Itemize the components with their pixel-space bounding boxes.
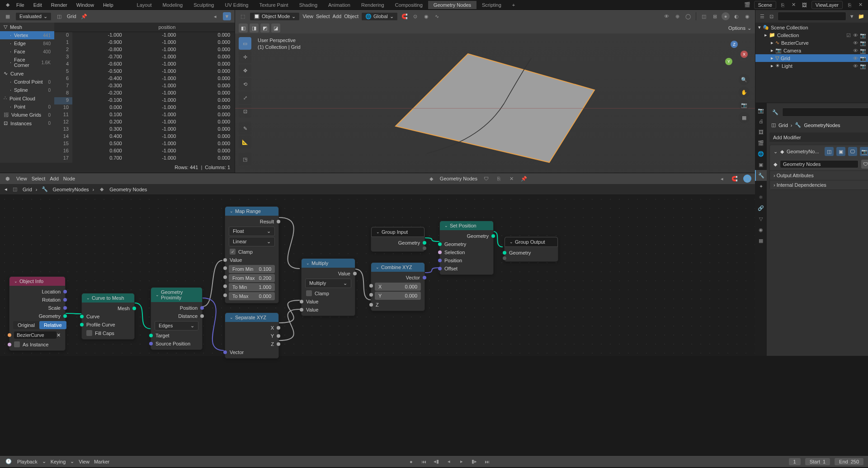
node-map-range[interactable]: ⌄Map Range Result Float⌄ Linear⌄ ✓Clamp …	[225, 206, 279, 303]
nodegroup-new-icon[interactable]: ⎘	[495, 175, 503, 183]
table-row[interactable]: 3-0.700-1.0000.000	[54, 54, 235, 61]
table-row[interactable]: 0-1.000-1.0000.000	[54, 32, 235, 39]
tree-item-curve[interactable]: ∿Curve	[0, 69, 54, 78]
table-row[interactable]: 120.200-1.0000.000	[54, 119, 235, 126]
workspace-geonodes[interactable]: Geometry Nodes	[428, 1, 476, 9]
tl-jump-start-icon[interactable]: ⏮	[420, 458, 428, 466]
select-none-icon[interactable]: ◨	[250, 24, 259, 33]
options-dropdown[interactable]: Options	[728, 25, 745, 31]
tool-transform[interactable]: ⊡	[239, 105, 251, 118]
fake-user-icon[interactable]: 🛡	[482, 175, 490, 183]
tl-next-key-icon[interactable]: ▮▸	[470, 458, 478, 466]
table-row[interactable]: 100.000-1.0000.000	[54, 104, 235, 112]
tl-keying[interactable]: Keying	[51, 459, 66, 464]
tree-item-face-corner[interactable]: ·Face Corner1.6K	[0, 56, 54, 69]
workspace-uv[interactable]: UV Editing	[219, 1, 254, 9]
tool-addcube[interactable]: ◳	[239, 153, 251, 165]
menu-edit[interactable]: Edit	[29, 1, 47, 9]
workspace-modeling[interactable]: Modeling	[157, 1, 189, 9]
viewlayer-icon[interactable]: 🖼	[801, 1, 809, 9]
table-row[interactable]: 140.400-1.0000.000	[54, 133, 235, 141]
table-row[interactable]: 160.600-1.0000.000	[54, 148, 235, 155]
select-all-icon[interactable]: ◧	[239, 24, 248, 33]
scene-selector[interactable]: Scene	[754, 1, 776, 9]
node-set-position[interactable]: ⌄Set Position Geometry Geometry Selectio…	[439, 221, 494, 275]
nav-pan-icon[interactable]: ✋	[739, 87, 750, 98]
nav-gizmo[interactable]: Z X Y	[721, 41, 748, 68]
tree-item-face[interactable]: ·Face400	[0, 47, 54, 56]
scene-icon[interactable]: 🎬	[743, 1, 751, 9]
crumb-group[interactable]: Geometry Nodes	[109, 187, 147, 192]
from-min-field[interactable]: From Min0.100	[229, 265, 275, 273]
tab-output[interactable]: 🖨	[755, 116, 767, 127]
output-attrs-section[interactable]: › Output Attributes	[770, 170, 868, 180]
prox-mode-select[interactable]: Edges⌄	[155, 321, 198, 331]
node-canvas[interactable]: ⌄Object Info Location Rotation Scale Geo…	[0, 195, 755, 356]
outliner-item-light[interactable]: ▸☀Light👁📷	[755, 62, 868, 70]
filter-icon[interactable]: ▼	[848, 12, 856, 20]
table-row[interactable]: 110.100-1.0000.000	[54, 112, 235, 119]
tree-item-volume-grids[interactable]: ⛆Volume Grids0	[0, 111, 54, 119]
table-row[interactable]: 130.300-1.0000.000	[54, 126, 235, 133]
table-row[interactable]: 6-0.400-1.0000.000	[54, 76, 235, 83]
node-separate-xyz[interactable]: ⌄Separate XYZ X Y Z Vector	[225, 312, 279, 359]
add-workspace[interactable]: +	[507, 1, 520, 9]
spreadsheet-editor-icon[interactable]: ▦	[4, 12, 12, 20]
ne-overlay-icon[interactable]: ◯	[743, 175, 751, 183]
tab-world[interactable]: 🌐	[755, 148, 767, 159]
visibility-icon[interactable]: 👁	[662, 12, 670, 20]
nodegroup-unlink-icon[interactable]: ✕	[507, 175, 515, 183]
crumb-object[interactable]: Grid	[23, 187, 32, 192]
outliner-mode-icon[interactable]: ⊡	[768, 12, 775, 20]
ne-arrow-icon[interactable]: ◂	[718, 175, 726, 183]
table-row[interactable]: 180.800-1.0000.000	[54, 162, 235, 163]
timeline-editor-icon[interactable]: 🕐	[5, 458, 13, 466]
workspace-texture[interactable]: Texture Paint	[254, 1, 293, 9]
table-row[interactable]: 170.700-1.0000.000	[54, 155, 235, 162]
table-row[interactable]: 150.500-1.0000.000	[54, 141, 235, 148]
mod-toggle-2[interactable]: ▣	[836, 147, 845, 156]
outliner-item-beziercurve[interactable]: ▸∿BezierCurve👁📷	[755, 39, 868, 47]
nodegroup-name[interactable]: Geometry Nodes	[440, 176, 477, 181]
tab-viewlayer[interactable]: 🖼	[755, 127, 767, 137]
props-search[interactable]	[782, 108, 868, 117]
workspace-scripting[interactable]: Scripting	[476, 1, 507, 9]
mode-dropdown[interactable]: 🔲Object Mode⌄	[250, 12, 300, 21]
fake-user-icon[interactable]: 🛡	[861, 160, 868, 169]
menu-file[interactable]: File	[12, 1, 29, 9]
relative-toggle[interactable]: Relative	[39, 321, 66, 329]
table-row[interactable]: 1-0.900-1.0000.000	[54, 39, 235, 47]
tl-play-rev-icon[interactable]: ◂	[445, 458, 453, 466]
tab-texture[interactable]: ▦	[755, 235, 767, 246]
tab-constraints[interactable]: 🔗	[755, 203, 767, 213]
vp-menu-select[interactable]: Select	[316, 14, 330, 19]
blender-logo-icon[interactable]: ◆	[4, 1, 12, 9]
eval-mode-dropdown[interactable]: Evaluated⌄	[15, 12, 52, 21]
tab-scene[interactable]: 🎬	[755, 137, 767, 148]
crumb-modifier[interactable]: GeometryNodes	[52, 187, 89, 192]
viewlayer-delete-icon[interactable]: ✕	[856, 1, 864, 9]
node-group-input[interactable]: ⌄Group Input Geometry	[371, 227, 425, 252]
tree-item-instances[interactable]: ⊡Instances0	[0, 119, 54, 128]
tab-object[interactable]: ▣	[755, 159, 767, 170]
tab-physics[interactable]: ⚛	[755, 192, 767, 203]
node-multiply[interactable]: ⌄Multiply Value Multiply⌄ Clamp Value Va…	[301, 258, 355, 316]
add-modifier-dropdown[interactable]: Add Modifier⌄	[769, 132, 868, 142]
table-row[interactable]: 9-0.100-1.0000.000	[54, 97, 235, 104]
as-instance-check[interactable]	[14, 341, 20, 347]
propedit-icon[interactable]: ◉	[422, 12, 430, 20]
tree-item-spline[interactable]: ·Spline0	[0, 86, 54, 94]
mod-toggle-1[interactable]: ◫	[825, 147, 834, 156]
tab-modifier[interactable]: 🔧	[755, 170, 767, 181]
outliner-item-collection[interactable]: ▸📁Collection☑👁📷	[755, 31, 868, 39]
tool-rotate[interactable]: ⟲	[239, 78, 251, 90]
mod-toggle-3[interactable]: 🖵	[848, 147, 857, 156]
fillcaps-check[interactable]	[86, 330, 92, 336]
tree-item-mesh[interactable]: ▽Mesh	[0, 23, 54, 31]
overlay-icon[interactable]: ◯	[684, 12, 692, 20]
workspace-compositing[interactable]: Compositing	[390, 1, 428, 9]
tl-jump-end-icon[interactable]: ⏭	[483, 458, 491, 466]
nav-zoom-icon[interactable]: 🔍	[739, 74, 750, 85]
viewlayer-selector[interactable]: ViewLayer	[811, 1, 843, 9]
table-row[interactable]: 5-0.500-1.0000.000	[54, 68, 235, 76]
